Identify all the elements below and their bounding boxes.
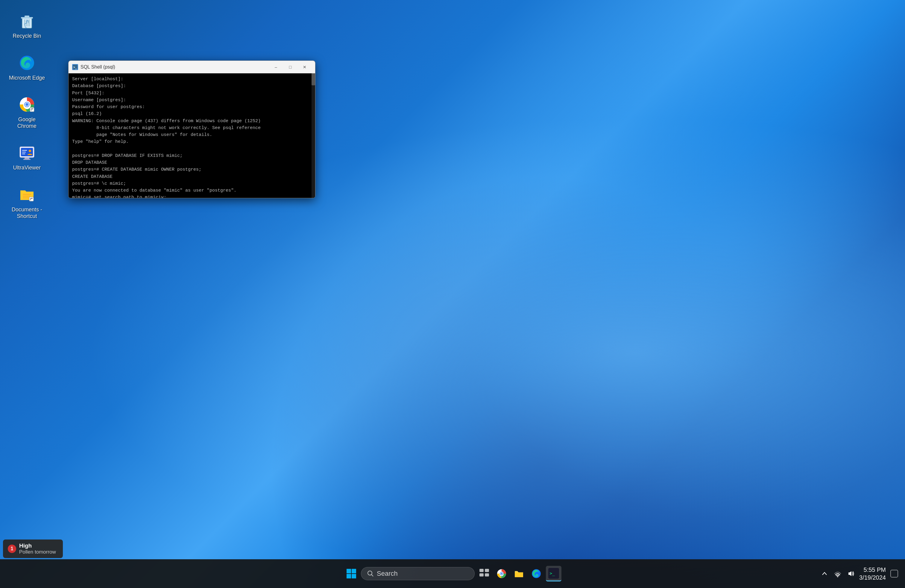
maximize-button[interactable]: □ <box>283 62 297 72</box>
clock-time: 5:55 PM <box>859 566 886 574</box>
svg-text:>_: >_ <box>73 65 77 69</box>
edge-svg <box>19 54 35 71</box>
recycle-bin-image <box>17 11 37 30</box>
taskbar-center: Search <box>344 566 561 582</box>
terminal-output: Server [localhost]: Database [postgres]:… <box>72 76 311 198</box>
svg-rect-28 <box>346 574 351 578</box>
notification-button[interactable] <box>889 569 899 578</box>
documents-image <box>17 185 37 204</box>
taskbar-search[interactable]: Search <box>361 567 475 580</box>
window-titlebar[interactable]: >_ SQL Shell (psql) – □ ✕ <box>68 61 315 73</box>
search-icon <box>367 571 374 577</box>
pollen-info: High Pollen tomorrow <box>19 542 56 555</box>
notification-icon <box>890 569 899 578</box>
psql-icon: >_ <box>73 65 78 70</box>
svg-point-19 <box>29 150 31 152</box>
start-button[interactable] <box>344 566 359 582</box>
edge-label: Microsoft Edge <box>9 75 45 81</box>
terminal-content[interactable]: Server [localhost]: Database [postgres]:… <box>68 73 315 198</box>
pollen-message: Pollen tomorrow <box>19 549 56 555</box>
svg-rect-34 <box>479 573 484 577</box>
close-button[interactable]: ✕ <box>298 62 311 72</box>
documents-svg <box>19 186 35 203</box>
chrome-image <box>17 95 37 114</box>
recycle-bin-label: Recycle Bin <box>13 33 41 40</box>
ultraviewer-image <box>17 143 37 162</box>
task-view-icon <box>479 568 490 579</box>
svg-rect-35 <box>485 573 489 577</box>
svg-point-10 <box>25 103 29 106</box>
svg-rect-14 <box>25 157 29 159</box>
documents-shortcut-icon[interactable]: Documents - Shortcut <box>6 183 48 222</box>
taskbar-right: 5:55 PM 3/19/2024 <box>820 566 899 582</box>
taskbar-chrome-icon <box>496 568 507 579</box>
recycle-bin-icon[interactable]: Recycle Bin <box>6 9 48 42</box>
pollen-level: High <box>19 542 56 549</box>
svg-point-43 <box>837 576 838 577</box>
svg-text:>_: >_ <box>549 571 555 576</box>
windows-logo-icon <box>346 568 357 579</box>
tray-overflow-button[interactable] <box>820 569 829 578</box>
taskbar-terminal-icon: >_ <box>548 568 559 579</box>
minimize-button[interactable]: – <box>269 62 283 72</box>
svg-point-30 <box>368 571 372 575</box>
scrollbar-thumb[interactable] <box>311 73 315 85</box>
chrome-svg <box>19 96 35 113</box>
svg-rect-26 <box>346 569 351 573</box>
svg-rect-32 <box>479 569 484 572</box>
search-text: Search <box>377 570 398 577</box>
taskbar-explorer-button[interactable] <box>511 566 527 582</box>
taskbar-chrome-button[interactable] <box>494 566 510 582</box>
svg-rect-33 <box>485 569 489 572</box>
chevron-up-icon <box>821 571 828 577</box>
svg-line-31 <box>372 575 373 577</box>
recycle-bin-svg <box>19 13 35 29</box>
taskbar-edge-icon <box>531 568 542 579</box>
svg-rect-2 <box>25 16 29 17</box>
edge-image <box>17 53 37 72</box>
svg-rect-44 <box>891 570 898 577</box>
chrome-icon[interactable]: Google Chrome <box>6 92 48 132</box>
system-clock[interactable]: 5:55 PM 3/19/2024 <box>859 566 886 582</box>
volume-icon[interactable] <box>846 569 856 578</box>
edge-icon[interactable]: Microsoft Edge <box>6 51 48 84</box>
ultraviewer-icon[interactable]: UltraViewer <box>6 141 48 174</box>
pollen-badge: 1 <box>8 545 16 553</box>
wifi-icon <box>834 569 842 578</box>
svg-rect-27 <box>352 569 356 573</box>
speaker-icon <box>847 569 855 578</box>
file-explorer-icon <box>514 568 524 579</box>
window-title: SQL Shell (psql) <box>81 64 269 70</box>
sql-shell-window: >_ SQL Shell (psql) – □ ✕ Server [localh… <box>68 60 316 198</box>
task-view-button[interactable] <box>476 566 492 582</box>
ultraviewer-label: UltraViewer <box>13 165 41 171</box>
window-icon: >_ <box>72 64 78 70</box>
ultraviewer-svg <box>19 144 35 161</box>
window-controls: – □ ✕ <box>269 62 311 72</box>
pollen-notification: 1 High Pollen tomorrow <box>3 539 63 558</box>
desktop-icon-area: Recycle Bin <box>6 9 48 222</box>
desktop: Recycle Bin <box>0 0 905 588</box>
taskbar-edge-button[interactable] <box>529 566 544 582</box>
taskbar: Search <box>0 559 905 588</box>
chrome-label: Google Chrome <box>8 116 46 129</box>
svg-rect-29 <box>352 574 356 578</box>
clock-date: 3/19/2024 <box>859 574 886 582</box>
taskbar-terminal-button[interactable]: >_ <box>546 566 561 582</box>
svg-rect-15 <box>23 159 30 160</box>
svg-point-39 <box>501 573 502 574</box>
network-icon[interactable] <box>833 569 843 578</box>
documents-label: Documents - Shortcut <box>8 207 46 219</box>
scrollbar-track[interactable] <box>311 73 315 198</box>
